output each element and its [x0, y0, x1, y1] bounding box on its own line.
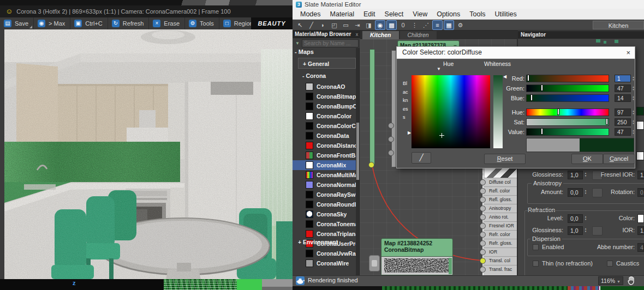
slot-socket[interactable]: [480, 179, 486, 185]
diffuse-color-swatch[interactable]: [636, 107, 644, 116]
vfb-toolbar-button[interactable]: ↻ Refresh: [108, 17, 150, 29]
spinner[interactable]: ▴▾: [631, 129, 636, 135]
slot-socket[interactable]: [480, 240, 486, 246]
glossiness-value[interactable]: 1,0: [568, 171, 583, 179]
reset-button[interactable]: Reset: [484, 154, 526, 164]
assign-to-selection-icon[interactable]: ◗: [318, 20, 328, 30]
material-slot[interactable]: Anisotropy: [484, 204, 518, 213]
browser-map-item[interactable]: CoronaBumpCo...: [293, 101, 356, 111]
slider-value[interactable]: 97: [615, 108, 631, 116]
browser-group-general[interactable]: + General: [298, 58, 356, 69]
slot-socket[interactable]: [480, 232, 486, 238]
pick-material-icon[interactable]: ╱: [306, 20, 317, 30]
browser-map-item[interactable]: CoronaRaySwitch: [293, 190, 356, 200]
refr-glossiness-value[interactable]: 1,0: [568, 226, 583, 235]
view-tab[interactable]: Children: [400, 31, 437, 39]
amount-value[interactable]: 0,0: [568, 188, 583, 197]
delete-selected-icon[interactable]: ▭: [341, 20, 351, 30]
slider-value[interactable]: 47: [615, 128, 631, 136]
slider-marker[interactable]: [558, 109, 559, 114]
material-slot[interactable]: Transl. frac: [484, 265, 518, 274]
browser-map-item[interactable]: CoronaColor: [293, 111, 356, 121]
rotation-value[interactable]: 0,: [637, 188, 644, 197]
menu-item[interactable]: Edit: [363, 10, 375, 18]
material-slot[interactable]: Transl. col: [484, 256, 518, 265]
ior-value[interactable]: 1,: [637, 226, 644, 235]
slot-socket[interactable]: [480, 249, 486, 255]
browser-map-item[interactable]: CoronaUvwRan...: [293, 249, 356, 258]
put-to-library-icon[interactable]: ◰: [329, 20, 339, 30]
browser-map-item[interactable]: CoronaDistance: [293, 141, 356, 150]
bitmap-node-header[interactable]: Map #2138824252 CoronaBitmap: [381, 238, 453, 257]
spinner[interactable]: ▴▾: [583, 227, 588, 233]
material-slot[interactable]: Aniso rot.: [484, 213, 518, 221]
material-id-channel-icon[interactable]: 0: [398, 20, 408, 30]
dialog-close-icon[interactable]: ×: [626, 49, 630, 57]
slot-socket[interactable]: [480, 214, 486, 220]
browser-map-item[interactable]: CoronaRoundEd...: [293, 200, 356, 209]
browser-map-item[interactable]: CoronaNormal: [293, 180, 356, 190]
menu-item[interactable]: View: [413, 10, 427, 18]
blackness-marker-icon[interactable]: ▶: [408, 130, 411, 135]
layout-dots-icon[interactable]: ⋮: [409, 20, 420, 30]
search-options-icon[interactable]: ▼: [295, 41, 300, 46]
map-node-edge[interactable]: [369, 49, 375, 165]
vfb-title-bar[interactable]: ☺Corona 3 (Hotfix 2) | 869×633px (1:1) |…: [0, 5, 293, 17]
browser-map-item[interactable]: CoronaColorCor...: [293, 121, 356, 131]
slider-value[interactable]: 14: [615, 94, 631, 102]
slider-track[interactable]: [526, 84, 609, 92]
abbe-value[interactable]: 4: [637, 243, 644, 252]
material-slot[interactable]: Diffuse col: [484, 178, 518, 186]
node-socket[interactable]: [388, 136, 394, 142]
hue-marker-icon[interactable]: ▼: [437, 67, 441, 71]
menu-item[interactable]: Modes: [300, 10, 321, 18]
show-shaded-material-icon[interactable]: ◉: [375, 20, 385, 30]
material-slot[interactable]: Refr. color: [484, 230, 518, 239]
settings-gear-icon[interactable]: ⚙: [455, 20, 466, 30]
menu-item[interactable]: Material: [330, 10, 354, 18]
menu-item[interactable]: Select: [385, 10, 404, 18]
slider-value[interactable]: 1: [615, 75, 631, 82]
navigator-panel-header[interactable]: Navigator: [518, 31, 644, 39]
vfb-channel-selector[interactable]: BEAUTY: [251, 17, 293, 29]
browser-group-corona[interactable]: - Corona: [298, 71, 360, 81]
zoom-level-dropdown[interactable]: 116%▼: [598, 276, 623, 285]
vfb-toolbar-button[interactable]: ▤ Save: [0, 17, 34, 29]
spinner[interactable]: ▴▾: [583, 215, 588, 221]
browser-map-item[interactable]: CoronaAO: [293, 82, 356, 92]
spinner[interactable]: ▴▾: [631, 110, 636, 115]
spinner[interactable]: ▴▾: [631, 95, 636, 101]
slot-socket[interactable]: [480, 258, 486, 264]
fresnel-ior-value[interactable]: 1,: [637, 171, 644, 179]
browser-map-item[interactable]: CoronaBitmap: [293, 92, 356, 101]
layout-tree-icon[interactable]: ⋰: [421, 20, 431, 30]
slider-marker[interactable]: [528, 75, 529, 81]
material-slot[interactable]: IOR: [484, 247, 518, 256]
move-children-icon[interactable]: ⇥: [352, 20, 362, 30]
slot-socket[interactable]: [480, 267, 486, 273]
cancel-button[interactable]: Cancel: [603, 154, 635, 164]
slot-socket[interactable]: [480, 223, 486, 229]
spinner[interactable]: ▴▾: [631, 86, 636, 91]
material-slot[interactable]: Fresnel IOR: [484, 221, 518, 230]
slate-title-bar[interactable]: 3 Slate Material Editor: [293, 0, 644, 9]
browser-panel-header[interactable]: Material/Map Browser: [293, 31, 360, 38]
slider-value[interactable]: 250: [615, 118, 631, 126]
vfb-toolbar-button[interactable]: ⚙ Tools: [185, 17, 219, 29]
color-crosshair-icon[interactable]: [439, 133, 444, 138]
vfb-toolbar-button[interactable]: ◉ > Max: [34, 17, 70, 29]
thin-checkbox[interactable]: [533, 261, 539, 267]
map-output-socket[interactable]: [368, 162, 374, 168]
reflection-color-swatch[interactable]: [636, 121, 644, 130]
material-name-combo[interactable]: Kitchen: [593, 21, 644, 29]
browser-map-item[interactable]: CoronaTriplanar: [293, 229, 356, 239]
slider-marker[interactable]: [541, 85, 542, 90]
spinner[interactable]: ▴▾: [583, 189, 588, 195]
slot-socket[interactable]: [480, 206, 486, 212]
vfb-toolbar-button[interactable]: ▣ Ctrl+C: [70, 17, 108, 29]
menu-item[interactable]: Utilities: [494, 10, 516, 18]
refraction-color-swatch[interactable]: [636, 152, 644, 160]
browser-map-item[interactable]: CoronaMix: [293, 160, 356, 170]
browser-group-environment[interactable]: + Environment: [298, 239, 356, 246]
show-background-icon[interactable]: ▩: [386, 20, 397, 30]
